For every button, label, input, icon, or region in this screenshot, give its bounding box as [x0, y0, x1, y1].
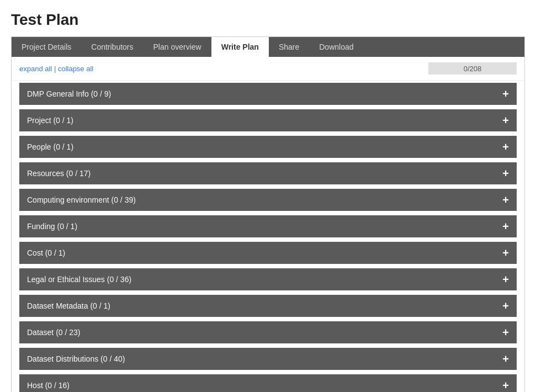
separator: |: [54, 65, 58, 73]
section-expand-icon-computing-environment[interactable]: +: [502, 194, 509, 205]
section-people[interactable]: People (0 / 1)+: [19, 136, 517, 158]
progress-bar: 0/208: [428, 62, 517, 75]
section-expand-icon-dataset-distributions[interactable]: +: [502, 353, 509, 364]
section-expand-icon-host[interactable]: +: [502, 380, 509, 391]
section-label-people: People (0 / 1): [27, 142, 73, 151]
collapse-all-link[interactable]: collapse all: [58, 65, 93, 73]
section-label-computing-environment: Computing environment (0 / 39): [27, 195, 136, 204]
tab-bar: Project DetailsContributorsPlan overview…: [12, 37, 524, 57]
section-expand-icon-cost[interactable]: +: [502, 247, 509, 258]
section-project[interactable]: Project (0 / 1)+: [19, 109, 517, 131]
progress-label: 0/208: [464, 65, 482, 73]
section-dataset-metadata[interactable]: Dataset Metadata (0 / 1)+: [19, 295, 517, 317]
section-label-funding: Funding (0 / 1): [27, 222, 77, 231]
section-expand-icon-project[interactable]: +: [502, 115, 509, 126]
section-legal-ethical[interactable]: Legal or Ethical Issues (0 / 36)+: [19, 268, 517, 290]
tab-write-plan[interactable]: Write Plan: [211, 37, 269, 57]
tab-plan-overview[interactable]: Plan overview: [144, 37, 211, 57]
toolbar: expand all | collapse all 0/208: [12, 57, 524, 81]
section-computing-environment[interactable]: Computing environment (0 / 39)+: [19, 189, 517, 211]
section-label-project: Project (0 / 1): [27, 116, 73, 125]
section-label-dmp-general-info: DMP General Info (0 / 9): [27, 89, 111, 98]
section-cost[interactable]: Cost (0 / 1)+: [19, 242, 517, 264]
section-expand-icon-dmp-general-info[interactable]: +: [502, 88, 509, 99]
section-dmp-general-info[interactable]: DMP General Info (0 / 9)+: [19, 83, 517, 105]
section-expand-icon-funding[interactable]: +: [502, 221, 509, 232]
section-funding[interactable]: Funding (0 / 1)+: [19, 215, 517, 237]
section-resources[interactable]: Resources (0 / 17)+: [19, 162, 517, 184]
sections-list: DMP General Info (0 / 9)+Project (0 / 1)…: [12, 81, 524, 392]
section-label-legal-ethical: Legal or Ethical Issues (0 / 36): [27, 275, 131, 284]
tab-project-details[interactable]: Project Details: [12, 37, 81, 57]
section-label-cost: Cost (0 / 1): [27, 248, 65, 257]
section-label-resources: Resources (0 / 17): [27, 169, 91, 178]
section-dataset[interactable]: Dataset (0 / 23)+: [19, 321, 517, 343]
section-expand-icon-dataset[interactable]: +: [502, 327, 509, 338]
section-expand-icon-legal-ethical[interactable]: +: [502, 274, 509, 285]
tab-share[interactable]: Share: [269, 37, 309, 57]
page-title: Test Plan: [11, 11, 525, 29]
section-label-dataset-metadata: Dataset Metadata (0 / 1): [27, 301, 110, 310]
expand-collapse-links: expand all | collapse all: [19, 65, 93, 73]
section-label-dataset-distributions: Dataset Distributions (0 / 40): [27, 354, 125, 363]
section-dataset-distributions[interactable]: Dataset Distributions (0 / 40)+: [19, 348, 517, 370]
section-expand-icon-resources[interactable]: +: [502, 168, 509, 179]
section-label-dataset: Dataset (0 / 23): [27, 328, 81, 337]
tab-download[interactable]: Download: [309, 37, 363, 57]
tab-contributors[interactable]: Contributors: [81, 37, 143, 57]
section-label-host: Host (0 / 16): [27, 381, 70, 390]
section-expand-icon-people[interactable]: +: [502, 141, 509, 152]
section-host[interactable]: Host (0 / 16)+: [19, 374, 517, 392]
main-container: Project DetailsContributorsPlan overview…: [11, 36, 525, 392]
section-expand-icon-dataset-metadata[interactable]: +: [502, 300, 509, 311]
expand-all-link[interactable]: expand all: [19, 65, 52, 73]
